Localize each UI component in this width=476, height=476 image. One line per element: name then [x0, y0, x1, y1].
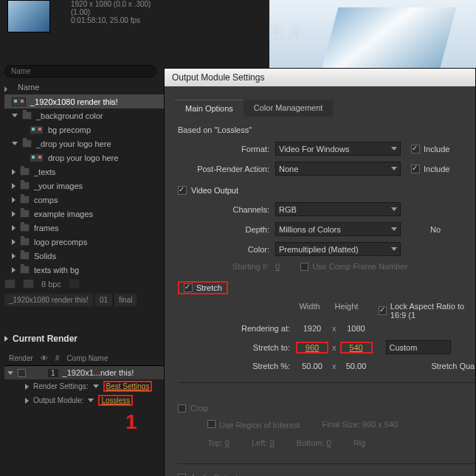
- current-render-title: Current Render: [13, 334, 77, 344]
- disclosure-icon[interactable]: [12, 253, 15, 259]
- item-label: drop your logo here: [48, 154, 118, 162]
- project-item[interactable]: comps: [4, 193, 164, 207]
- post-render-dropdown[interactable]: None: [275, 162, 401, 176]
- dialog-title: Output Module Settings: [165, 69, 475, 86]
- timeline-tab[interactable]: _1920x1080 render this!: [4, 294, 93, 306]
- stretch-preset-dropdown[interactable]: Custom: [386, 340, 451, 354]
- project-item[interactable]: frames: [4, 221, 164, 235]
- render-settings-value[interactable]: Best Settings: [103, 381, 153, 392]
- stretch-to-label: Stretch to:: [222, 343, 296, 352]
- output-module-value[interactable]: Lossless: [98, 395, 133, 406]
- crop-top-value: 0: [225, 438, 230, 447]
- output-module-label: Output Module:: [33, 396, 83, 404]
- stretch-width-input[interactable]: 960: [296, 342, 328, 353]
- crop-label: Crop: [190, 404, 208, 413]
- project-item[interactable]: texts with bg: [4, 263, 164, 277]
- timeline-tab[interactable]: final: [114, 294, 137, 306]
- crop-left-label: Left:: [252, 438, 267, 447]
- project-item[interactable]: _1920x1080 render this!: [4, 94, 164, 108]
- project-item[interactable]: _background color: [4, 108, 164, 123]
- disclosure-icon[interactable]: [7, 371, 13, 375]
- stretch-height-input[interactable]: 540: [340, 342, 373, 353]
- column-header-name[interactable]: Name: [18, 83, 39, 92]
- disclosure-icon[interactable]: [12, 211, 15, 217]
- disclosure-icon[interactable]: [25, 384, 29, 390]
- crop-top-label: Top:: [207, 438, 223, 447]
- chevron-down-icon: [391, 227, 397, 231]
- bpc-icon[interactable]: [23, 279, 34, 289]
- col-render: Render: [9, 354, 33, 362]
- project-item[interactable]: Solids: [4, 249, 164, 263]
- item-label: _1920x1080 render this!: [30, 97, 118, 106]
- render-queue-row[interactable]: 1 _1920x1...nder this!: [4, 366, 164, 379]
- search-input[interactable]: [4, 65, 156, 77]
- audio-output-checkbox[interactable]: [178, 474, 186, 477]
- chevron-down-icon: [391, 247, 397, 251]
- folder-icon: [20, 252, 30, 260]
- project-item[interactable]: drop your logo here: [4, 151, 164, 165]
- item-label: bg precomp: [48, 125, 91, 134]
- disclosure-icon[interactable]: [4, 336, 8, 342]
- include-checkbox[interactable]: [411, 165, 420, 173]
- item-label: _texts: [34, 168, 55, 176]
- roi-checkbox: [207, 420, 215, 428]
- dropdown-icon[interactable]: [93, 384, 99, 388]
- video-output-checkbox[interactable]: [178, 186, 187, 195]
- comp-icon: [12, 97, 26, 106]
- watermark: 图库: [268, 22, 306, 44]
- item-label: _background color: [36, 111, 103, 120]
- disclosure-icon[interactable]: [25, 398, 29, 404]
- crop-right-label: Rig: [353, 438, 366, 447]
- output-module-dialog: Output Module Settings Main Options Colo…: [164, 68, 476, 476]
- starting-value: 0: [275, 262, 280, 271]
- item-label: comps: [34, 196, 58, 204]
- folder-icon: [20, 224, 30, 232]
- timeline-tabs: _1920x1080 render this! 01 final: [4, 294, 164, 316]
- disclosure-icon[interactable]: [12, 267, 15, 273]
- project-item[interactable]: logo precomps: [4, 235, 164, 249]
- comp-icon: [30, 154, 44, 162]
- disclosure-icon[interactable]: [12, 197, 15, 203]
- rq-comp-name: _1920x1...nder this!: [63, 368, 134, 377]
- roi-label: Use Region of Interest: [219, 421, 300, 430]
- project-item[interactable]: _your images: [4, 179, 164, 193]
- include-label: Include: [424, 165, 449, 173]
- disclosure-icon[interactable]: [12, 239, 15, 245]
- project-item[interactable]: _drop your logo here: [4, 137, 164, 151]
- stretch-checkbox[interactable]: [184, 283, 193, 292]
- project-item[interactable]: example images: [4, 207, 164, 221]
- project-item[interactable]: _texts: [4, 165, 164, 179]
- depth-dropdown[interactable]: Millions of Colors: [275, 222, 401, 236]
- folder-icon: [22, 111, 32, 120]
- thumb-dimensions: 1920 x 1080 (0.0 x .300)(1.00): [71, 0, 155, 16]
- project-item[interactable]: bg precomp: [4, 123, 164, 137]
- channels-dropdown[interactable]: RGB: [275, 202, 401, 216]
- disclosure-icon[interactable]: [12, 169, 15, 175]
- color-dropdown[interactable]: Premultiplied (Matted): [275, 242, 401, 256]
- bin-icon[interactable]: [4, 279, 15, 289]
- trash-icon[interactable]: [69, 279, 80, 289]
- height-header: Height: [335, 302, 359, 320]
- col-num: #: [55, 354, 60, 362]
- tab-main-options[interactable]: Main Options: [175, 100, 244, 117]
- rendering-width: 1920: [296, 324, 328, 333]
- timeline-tab[interactable]: 01: [95, 294, 112, 306]
- disclosure-icon[interactable]: [12, 114, 18, 117]
- crop-checkbox[interactable]: [178, 404, 186, 413]
- no-label: No: [430, 225, 441, 234]
- project-footer: 8 bpc: [4, 279, 164, 289]
- stretch-pct-h: 50.00: [340, 362, 373, 370]
- item-label: logo precomps: [34, 238, 87, 246]
- bpc-label[interactable]: 8 bpc: [41, 280, 61, 289]
- include-checkbox[interactable]: [411, 145, 420, 154]
- disclosure-icon[interactable]: [12, 225, 15, 231]
- disclosure-icon[interactable]: [12, 183, 15, 189]
- col-comp: Comp Name: [66, 354, 108, 362]
- dropdown-icon[interactable]: [88, 399, 94, 402]
- format-dropdown[interactable]: Video For Windows: [275, 142, 401, 156]
- lock-aspect-checkbox[interactable]: [379, 306, 386, 315]
- tab-color-management[interactable]: Color Management: [244, 100, 334, 117]
- thumb-time: 0:01:58:10, 25.00 fps: [71, 16, 155, 24]
- render-checkbox[interactable]: [18, 369, 26, 377]
- disclosure-icon[interactable]: [12, 142, 18, 145]
